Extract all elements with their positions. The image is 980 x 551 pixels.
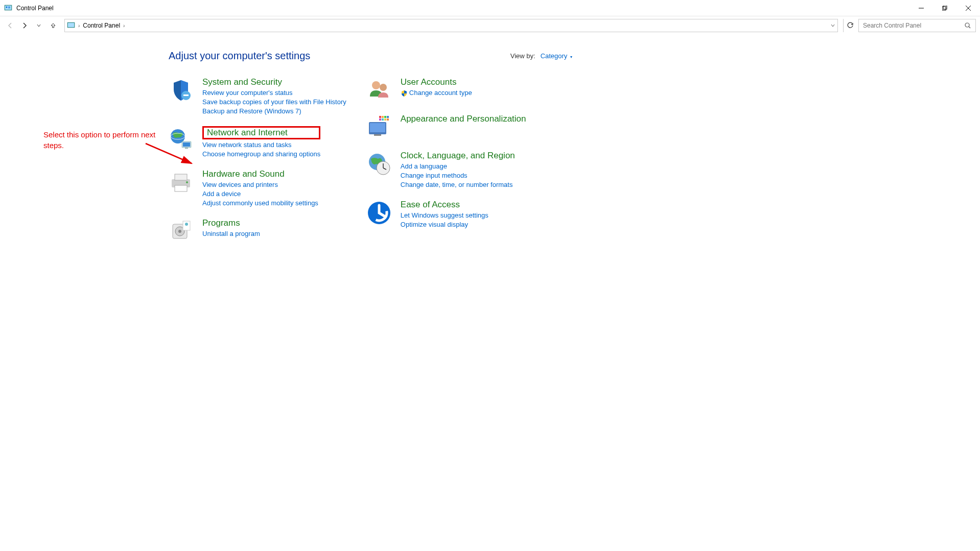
svg-point-31 <box>372 81 380 89</box>
up-button[interactable] <box>47 19 59 32</box>
printer-icon <box>169 170 193 195</box>
back-button[interactable] <box>4 19 16 32</box>
clock-globe-icon <box>367 152 391 176</box>
category-title[interactable]: Network and Internet <box>207 128 288 137</box>
svg-point-30 <box>185 223 188 226</box>
accessibility-icon <box>367 201 391 225</box>
view-by-label: View by: <box>510 52 535 60</box>
svg-rect-38 <box>384 116 386 118</box>
svg-rect-6 <box>942 7 946 10</box>
svg-rect-23 <box>175 174 187 180</box>
category-link[interactable]: Change account type <box>401 89 472 97</box>
category-title[interactable]: Hardware and Sound <box>202 169 318 179</box>
category-appearance: Appearance and Personalization <box>367 114 526 139</box>
category-title[interactable]: Appearance and Personalization <box>401 114 526 124</box>
svg-point-28 <box>178 230 181 233</box>
svg-rect-4 <box>8 8 10 8</box>
breadcrumb-bar[interactable]: › Control Panel › <box>64 19 838 32</box>
page-title: Adjust your computer's settings <box>169 50 310 62</box>
uac-shield-icon <box>401 90 408 97</box>
svg-line-14 <box>146 143 192 163</box>
minimize-button[interactable] <box>909 0 933 16</box>
personalization-icon <box>367 115 391 139</box>
search-bar[interactable] <box>858 19 976 32</box>
chevron-right-icon: › <box>78 23 80 29</box>
forward-button[interactable] <box>18 19 31 32</box>
svg-line-13 <box>969 27 970 28</box>
svg-point-25 <box>186 181 188 183</box>
close-button[interactable] <box>956 0 980 16</box>
annotation-text: Select this option to perform next steps… <box>43 129 156 151</box>
category-link[interactable]: Adjust commonly used mobility settings <box>202 199 318 207</box>
svg-rect-42 <box>384 118 386 121</box>
svg-rect-16 <box>183 94 189 96</box>
highlighted-box: Network and Internet <box>202 126 320 139</box>
content: Select this option to perform next steps… <box>0 35 980 244</box>
window-controls <box>909 0 980 16</box>
category-user-accounts: User Accounts Change account type <box>367 77 526 103</box>
svg-rect-35 <box>374 134 381 136</box>
svg-rect-37 <box>382 116 384 118</box>
categories: System and Security Review your computer… <box>169 77 980 244</box>
category-system-security: System and Security Review your computer… <box>169 77 346 115</box>
svg-rect-41 <box>382 118 384 121</box>
maximize-button[interactable] <box>933 0 956 16</box>
category-link[interactable]: Change date, time, or number formats <box>401 181 515 188</box>
category-link[interactable]: Save backup copies of your files with Fi… <box>202 98 346 106</box>
category-link[interactable]: Change input methods <box>401 172 515 179</box>
svg-rect-34 <box>370 123 385 132</box>
control-panel-icon <box>67 21 75 30</box>
svg-point-12 <box>965 23 969 27</box>
recent-dropdown[interactable] <box>33 19 45 32</box>
category-link[interactable]: Add a language <box>401 162 515 170</box>
category-clock-language: Clock, Language, and Region Add a langua… <box>367 151 526 188</box>
svg-rect-39 <box>387 116 389 118</box>
users-icon <box>367 78 391 103</box>
category-title[interactable]: Clock, Language, and Region <box>401 151 515 161</box>
category-title[interactable]: Ease of Access <box>401 200 488 210</box>
category-ease-of-access: Ease of Access Let Windows suggest setti… <box>367 200 526 228</box>
window-title: Control Panel <box>16 5 54 12</box>
svg-rect-7 <box>943 6 947 9</box>
control-panel-icon <box>4 4 12 12</box>
chevron-down-icon: ▾ <box>570 55 572 59</box>
category-link[interactable]: Add a device <box>202 190 318 198</box>
category-link[interactable]: Backup and Restore (Windows 7) <box>202 107 346 115</box>
svg-point-32 <box>380 84 387 91</box>
svg-rect-24 <box>175 185 187 191</box>
view-by: View by: Category ▾ <box>510 52 572 60</box>
annotation-arrow <box>143 141 199 172</box>
category-link[interactable]: Choose homegroup and sharing options <box>202 150 320 158</box>
view-by-dropdown[interactable]: Category ▾ <box>541 52 572 60</box>
svg-rect-11 <box>68 23 74 27</box>
category-title[interactable]: User Accounts <box>401 77 472 87</box>
breadcrumb-item[interactable]: Control Panel <box>83 22 120 29</box>
svg-rect-40 <box>379 118 381 121</box>
navbar: › Control Panel › <box>0 16 980 35</box>
category-link[interactable]: View network status and tasks <box>202 141 320 149</box>
category-title[interactable]: Programs <box>202 218 260 228</box>
programs-icon <box>169 219 193 244</box>
chevron-right-icon: › <box>123 23 125 29</box>
right-column: User Accounts Change account type <box>367 77 526 244</box>
category-link[interactable]: View devices and printers <box>202 181 318 188</box>
titlebar: Control Panel <box>0 0 980 16</box>
category-link[interactable]: Optimize visual display <box>401 221 488 228</box>
titlebar-left: Control Panel <box>4 4 54 12</box>
svg-rect-3 <box>8 7 10 7</box>
svg-rect-36 <box>379 116 381 118</box>
category-link[interactable]: Review your computer's status <box>202 89 346 97</box>
category-link[interactable]: Uninstall a program <box>202 230 260 237</box>
category-programs: Programs Uninstall a program <box>169 218 346 244</box>
chevron-down-icon[interactable] <box>830 23 835 28</box>
category-hardware-sound: Hardware and Sound View devices and prin… <box>169 169 346 207</box>
svg-rect-43 <box>387 118 389 121</box>
category-title[interactable]: System and Security <box>202 77 346 87</box>
header-row: Adjust your computer's settings View by:… <box>169 50 572 62</box>
refresh-button[interactable] <box>843 19 856 32</box>
search-input[interactable] <box>863 22 964 29</box>
category-link[interactable]: Let Windows suggest settings <box>401 211 488 219</box>
svg-point-2 <box>6 6 8 8</box>
shield-icon <box>169 78 193 103</box>
search-icon[interactable] <box>964 22 971 29</box>
